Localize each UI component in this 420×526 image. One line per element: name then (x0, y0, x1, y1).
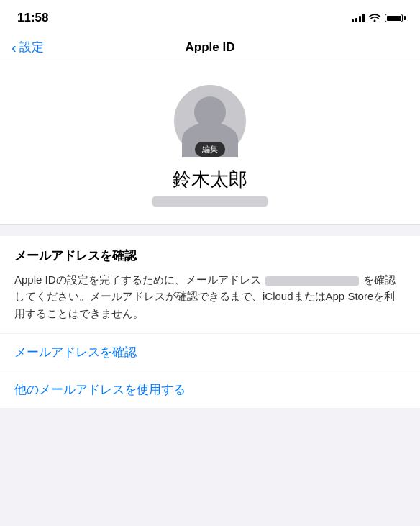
back-button[interactable]: ‹ 設定 (12, 39, 44, 55)
status-bar: 11:58 (0, 0, 420, 32)
notice-body-part1: Apple IDの設定を完了するために、メールアドレス (14, 273, 261, 286)
notice-section: メールアドレスを確認 Apple IDの設定を完了するために、メールアドレス を… (0, 236, 420, 333)
avatar-edit-badge[interactable]: 編集 (195, 142, 225, 157)
profile-section: 編集 鈴木太郎 (0, 63, 420, 225)
profile-email-blurred (152, 196, 268, 207)
status-time: 11:58 (17, 11, 48, 25)
wifi-icon (369, 12, 380, 24)
signal-icon (352, 14, 365, 22)
page-title: Apple ID (186, 40, 235, 55)
notice-body: Apple IDの設定を完了するために、メールアドレス を確認してください。メー… (14, 271, 406, 322)
confirm-email-link[interactable]: メールアドレスを確認 (0, 334, 420, 371)
nav-bar: ‹ 設定 Apple ID (0, 32, 420, 63)
profile-name: 鈴木太郎 (173, 167, 247, 192)
chevron-left-icon: ‹ (12, 40, 17, 55)
avatar-wrapper: 編集 (174, 85, 246, 157)
back-label: 設定 (19, 39, 44, 55)
notice-title: メールアドレスを確認 (14, 248, 406, 264)
email-blurred (265, 276, 359, 286)
status-icons (352, 12, 403, 24)
action-links: メールアドレスを確認 他のメールアドレスを使用する (0, 334, 420, 408)
use-other-email-link[interactable]: 他のメールアドレスを使用する (0, 371, 420, 408)
battery-icon (385, 14, 403, 22)
